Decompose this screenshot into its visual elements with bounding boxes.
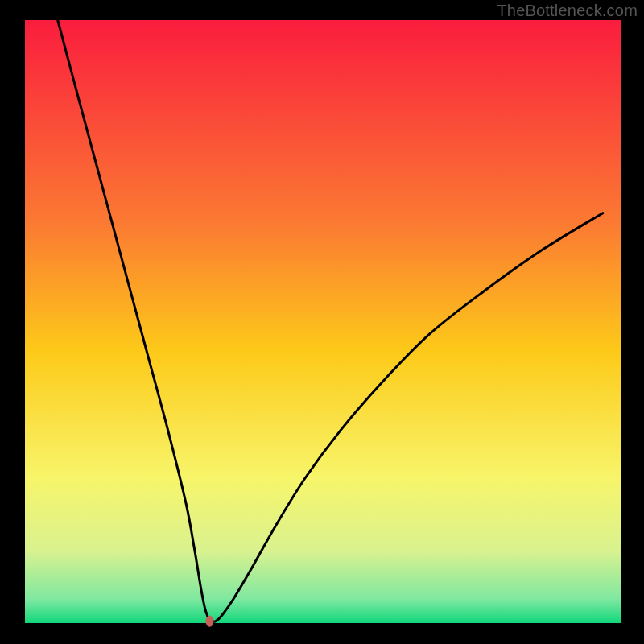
bottleneck-chart <box>0 0 644 644</box>
chart-container: TheBottleneck.com <box>0 0 644 644</box>
watermark-label: TheBottleneck.com <box>497 2 638 20</box>
chart-gradient-bg <box>25 20 621 623</box>
bottleneck-point-marker <box>205 616 213 627</box>
